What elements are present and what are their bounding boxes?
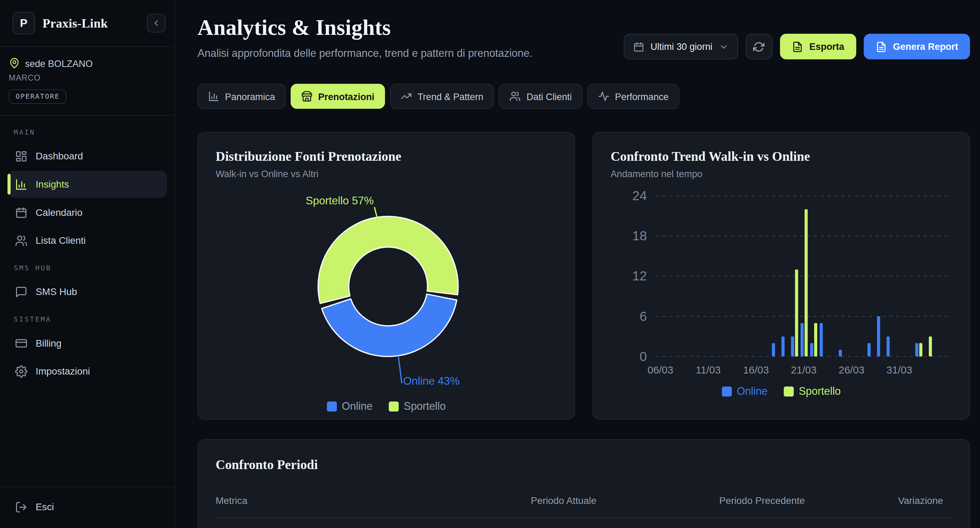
calendar-icon bbox=[633, 41, 644, 52]
nav-section-label-main: MAIN bbox=[14, 128, 160, 136]
sidebar-item-sms-hub[interactable]: SMS Hub bbox=[8, 278, 167, 305]
bar-chart-card: Confronto Trend Walk-in vs Online Andame… bbox=[592, 132, 970, 420]
bar-chart[interactable]: 0612182406/0311/0316/0321/0326/0331/03 bbox=[611, 185, 952, 380]
tab-trend-pattern[interactable]: Trend & Pattern bbox=[390, 84, 494, 109]
svg-text:12: 12 bbox=[632, 269, 647, 284]
report-label: Genera Report bbox=[893, 41, 958, 52]
legend-item-sportello[interactable]: Sportello bbox=[389, 400, 446, 413]
legend-item-online[interactable]: Online bbox=[722, 385, 767, 398]
column-header-periodo-attuale: Periodo Attuale bbox=[531, 495, 719, 506]
column-header-metrica: Metrica bbox=[216, 495, 531, 506]
donut-chart[interactable]: Sportello 57%Online 43% bbox=[216, 185, 557, 392]
refresh-button[interactable] bbox=[745, 34, 772, 60]
sidebar-item-insights[interactable]: Insights bbox=[8, 171, 167, 198]
bar-chart-legend: OnlineSportello bbox=[611, 385, 952, 398]
logout-button[interactable]: Esci bbox=[8, 493, 167, 520]
legend-label: Online bbox=[342, 400, 372, 413]
svg-text:11/03: 11/03 bbox=[695, 364, 721, 376]
location-block: sede BOLZANO MARCO OPERATORE bbox=[0, 47, 174, 116]
file-text-icon bbox=[792, 41, 803, 52]
calendar-icon bbox=[15, 206, 27, 219]
generate-report-button[interactable]: Genera Report bbox=[864, 34, 970, 60]
svg-text:06/03: 06/03 bbox=[648, 364, 673, 376]
sidebar-item-label: SMS Hub bbox=[35, 286, 77, 297]
chevron-left-icon bbox=[151, 18, 161, 28]
periods-table-card: Confronto Periodi Metrica Periodo Attual… bbox=[197, 439, 970, 528]
svg-text:Sportello 57%: Sportello 57% bbox=[305, 195, 374, 207]
legend-label: Online bbox=[737, 385, 767, 398]
sidebar-header: P Praxis-Link bbox=[0, 0, 174, 47]
card-title: Distribuzione Fonti Prenotazione bbox=[216, 149, 557, 164]
svg-text:21/03: 21/03 bbox=[791, 364, 816, 376]
card-subtitle: Andamento nel tempo bbox=[611, 168, 952, 179]
tab-dati-clienti[interactable]: Dati Clienti bbox=[499, 84, 582, 109]
gear-icon bbox=[15, 365, 27, 377]
operator-name: MARCO bbox=[9, 73, 165, 83]
logout-icon bbox=[15, 501, 27, 514]
sidebar-item-lista-clienti[interactable]: Lista Clienti bbox=[8, 227, 167, 254]
sidebar-item-billing[interactable]: Billing bbox=[8, 330, 167, 356]
sidebar-footer: Esci bbox=[0, 487, 174, 528]
card-title: Confronto Trend Walk-in vs Online bbox=[611, 149, 952, 164]
donut-legend: OnlineSportello bbox=[216, 400, 557, 413]
svg-text:31/03: 31/03 bbox=[886, 364, 912, 376]
sidebar-item-label: Insights bbox=[35, 179, 69, 190]
table-header-row: Metrica Periodo Attuale Periodo Preceden… bbox=[216, 495, 952, 518]
tab-label: Trend & Pattern bbox=[417, 91, 484, 102]
tab-label: Prenotazioni bbox=[318, 91, 374, 102]
legend-swatch bbox=[389, 401, 399, 412]
column-header-periodo-precedente: Periodo Precedente bbox=[719, 495, 846, 506]
nav-section-label-sms-hub: SMS HUB bbox=[14, 264, 160, 272]
sidebar-item-impostazioni[interactable]: Impostazioni bbox=[8, 358, 167, 384]
tab-panoramica[interactable]: Panoramica bbox=[197, 84, 286, 109]
sidebar-nav: MAIN Dashboard Insights Calendario Lista… bbox=[0, 116, 174, 487]
credit-card-icon bbox=[15, 337, 27, 349]
file-text-icon bbox=[875, 41, 886, 52]
card-subtitle: Walk-in vs Online vs Altri bbox=[216, 168, 557, 179]
charts-row: Distribuzione Fonti Prenotazione Walk-in… bbox=[197, 132, 970, 420]
app-window: P Praxis-Link sede BOLZANO MARCO OPERATO… bbox=[0, 0, 980, 528]
legend-item-sportello[interactable]: Sportello bbox=[784, 385, 841, 398]
date-range-select[interactable]: Ultimi 30 giorni bbox=[624, 34, 738, 60]
page-title: Analytics & Insights bbox=[197, 16, 533, 41]
app-logo: P bbox=[13, 12, 35, 35]
chevron-down-icon bbox=[719, 41, 729, 52]
export-label: Esporta bbox=[809, 41, 844, 52]
tab-prenotazioni[interactable]: Prenotazioni bbox=[291, 84, 385, 109]
users-icon bbox=[15, 234, 27, 247]
tab-label: Dati Clienti bbox=[527, 91, 572, 102]
map-pin-icon bbox=[9, 57, 20, 69]
main-content: 9+ Analytics & Insights Analisi approfon… bbox=[175, 0, 980, 528]
sidebar-item-calendario[interactable]: Calendario bbox=[8, 199, 167, 226]
sidebar-item-label: Calendario bbox=[35, 207, 82, 218]
export-button[interactable]: Esporta bbox=[780, 34, 856, 60]
layout-grid-icon bbox=[15, 150, 27, 163]
sidebar-collapse-button[interactable] bbox=[147, 14, 165, 32]
sidebar-item-dashboard[interactable]: Dashboard bbox=[8, 143, 167, 169]
tab-performance[interactable]: Performance bbox=[588, 84, 679, 109]
storefront-icon bbox=[301, 91, 312, 102]
bar-chart-icon bbox=[15, 178, 27, 190]
legend-item-online[interactable]: Online bbox=[327, 400, 372, 413]
bar-chart-icon bbox=[208, 91, 219, 102]
svg-text:0: 0 bbox=[640, 349, 647, 364]
analytics-tabs: Panoramica Prenotazioni Trend & Pattern … bbox=[197, 84, 970, 109]
nav-section-label-sistema: SISTEMA bbox=[14, 315, 160, 323]
sidebar-item-label: Impostazioni bbox=[35, 365, 90, 376]
refresh-icon bbox=[754, 41, 765, 52]
svg-text:16/03: 16/03 bbox=[743, 364, 769, 376]
page-subtitle: Analisi approfondita delle performance, … bbox=[197, 48, 533, 60]
date-range-label: Ultimi 30 giorni bbox=[650, 41, 712, 52]
card-title: Confronto Periodi bbox=[216, 457, 952, 473]
svg-text:6: 6 bbox=[640, 309, 647, 324]
column-header-variazione: Variazione bbox=[845, 495, 952, 506]
svg-text:Online 43%: Online 43% bbox=[403, 375, 460, 387]
page-header: Analytics & Insights Analisi approfondit… bbox=[197, 16, 970, 60]
donut-chart-card: Distribuzione Fonti Prenotazione Walk-in… bbox=[197, 132, 575, 420]
svg-text:18: 18 bbox=[632, 228, 647, 243]
sidebar-item-label: Billing bbox=[35, 338, 61, 349]
active-notch bbox=[8, 174, 11, 195]
svg-text:26/03: 26/03 bbox=[838, 364, 864, 376]
trending-up-icon bbox=[401, 91, 412, 102]
legend-label: Sportello bbox=[404, 400, 446, 413]
